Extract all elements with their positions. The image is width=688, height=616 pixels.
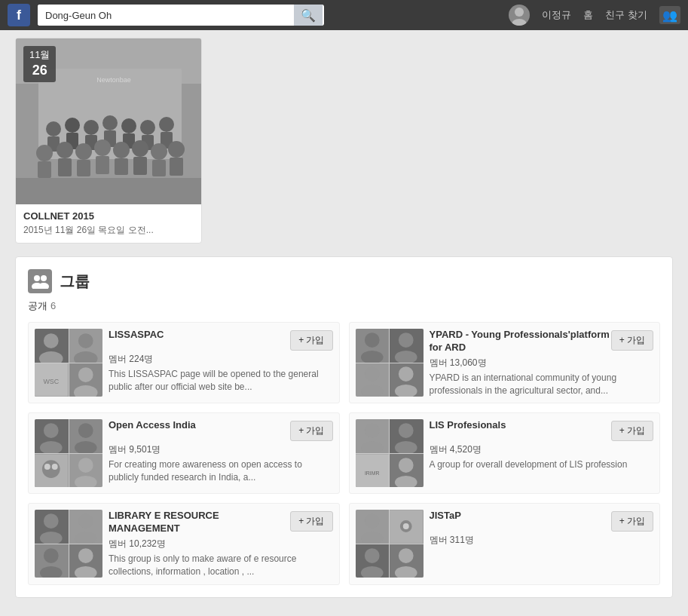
thumb-cell [356,544,390,578]
group-name: Open Access India [109,419,196,432]
svg-rect-24 [77,160,90,176]
search-button[interactable]: 🔍 [294,5,323,26]
svg-point-55 [399,366,414,382]
group-thumb-oai [35,419,102,487]
group-members: 멤버 224명 [109,353,333,366]
thumb-cell [390,454,424,488]
svg-point-13 [121,118,136,133]
group-desc: This group is only to make aware of e re… [109,553,333,578]
group-top-row: LIS Profesionals + 가입 [430,419,654,441]
join-button-jistap[interactable]: + 가입 [611,511,653,532]
main-content: Newtonbae 11월 26 COLLNET 2015 2015년 11월 … [0,30,688,605]
thumb-cell [35,329,69,363]
facebook-logo: f [8,4,30,26]
group-members: 멤버 311명 [430,534,654,547]
svg-point-69 [399,423,414,438]
join-button-lis[interactable]: + 가입 [611,421,653,441]
group-info-library: LIBRARY E RESOURCE MANAGEMENT + 가입 멤버 10… [109,510,333,578]
join-button-ypard[interactable]: + 가입 [611,330,653,351]
group-thumb-lis: IRIMR [356,419,424,487]
join-button-oai[interactable]: + 가입 [290,421,332,441]
group-info-jistap: JISTaP + 가입 멤버 311명 [430,510,654,549]
svg-point-91 [395,566,417,578]
join-button-lissaspac[interactable]: + 가입 [290,330,332,351]
svg-point-60 [74,441,96,453]
group-name: LIBRARY E RESOURCE MANAGEMENT [109,510,290,535]
group-card-lissaspac: WSC LISSASPAC + 가입 멤버 224명 This LISSASPA… [28,322,340,403]
svg-rect-28 [115,158,128,175]
home-nav[interactable]: 홈 [583,8,593,22]
group-info-lissaspac: LISSASPAC + 가입 멤버 224명 This LISSASPAC pa… [109,329,333,394]
group-top-row: Open Access India + 가입 [109,419,333,441]
svg-rect-32 [152,160,166,176]
header-nav: 이정규 홈 친구 찾기 👥 [509,5,680,26]
group-info-ypard: YPARD - Young Professionals'platform for… [430,329,654,397]
svg-point-64 [52,464,58,470]
svg-point-1 [512,19,527,26]
svg-rect-35 [16,178,202,204]
thumb-cell [69,454,103,488]
svg-point-56 [395,385,417,397]
thumb-cell [35,544,69,578]
group-desc: A group for overall development of LIS p… [430,458,654,471]
people-icon[interactable]: 👥 [659,6,680,24]
event-info: COLLNET 2015 2015년 11월 26일 목요일 오전... [16,204,201,243]
group-info-oai: Open Access India + 가입 멤버 9,501명 For cre… [109,419,333,484]
thumb-cell [356,510,390,544]
thumb-cell [69,419,103,453]
svg-point-41 [44,333,59,348]
svg-point-9 [84,120,99,135]
svg-point-78 [74,532,96,544]
user-name-nav[interactable]: 이정규 [542,8,571,22]
group-thumb-ypard [356,329,424,397]
thumb-cell [390,510,424,544]
svg-point-48 [73,385,97,397]
group-name: LISSASPAC [109,329,164,342]
svg-point-70 [395,441,417,453]
svg-point-43 [78,333,93,348]
group-info-lis: LIS Profesionals + 가입 멤버 4,520명 A group … [430,419,654,471]
svg-point-87 [403,523,409,529]
svg-point-44 [73,351,97,363]
group-desc: This LISSASPAC page will be opened to th… [109,368,333,394]
svg-point-83 [364,513,379,529]
group-members: 멤버 13,060명 [430,357,654,369]
groups-icon [28,269,52,293]
group-card-open-access-india: Open Access India + 가입 멤버 9,501명 For cre… [28,412,340,494]
svg-rect-22 [58,158,72,176]
svg-point-90 [399,548,414,563]
thumb-cell: WSC [35,363,69,397]
svg-point-89 [360,566,383,578]
group-top-row: LIBRARY E RESOURCE MANAGEMENT + 가입 [109,510,333,535]
svg-point-58 [40,441,63,453]
svg-point-79 [44,548,59,563]
svg-point-23 [75,143,92,160]
svg-point-47 [78,367,93,382]
svg-point-73 [399,458,414,473]
svg-point-63 [44,464,50,470]
group-name: LIS Profesionals [430,419,506,432]
svg-point-53 [364,366,379,382]
svg-point-27 [113,142,130,158]
svg-point-50 [360,351,383,363]
thumb-cell [35,510,69,544]
svg-point-67 [364,423,379,438]
group-thumb-library [35,510,102,578]
svg-point-81 [78,548,93,563]
find-friends-nav[interactable]: 친구 찾기 [605,8,647,22]
thumb-cell [390,544,424,578]
svg-point-65 [78,458,93,473]
thumb-cell [390,419,424,453]
group-card-library: LIBRARY E RESOURCE MANAGEMENT + 가입 멤버 10… [28,503,340,584]
svg-point-42 [39,351,63,363]
group-members: 멤버 4,520명 [430,443,654,456]
svg-point-29 [132,140,148,157]
group-top-row: YPARD - Young Professionals'platform for… [430,329,654,354]
thumb-cell [356,363,390,397]
event-card[interactable]: Newtonbae 11월 26 COLLNET 2015 2015년 11월 … [15,38,202,244]
thumb-cell [69,510,103,544]
svg-point-11 [102,115,118,130]
join-button-library[interactable]: + 가입 [290,511,332,532]
search-input[interactable] [38,5,294,26]
svg-point-57 [44,423,59,438]
